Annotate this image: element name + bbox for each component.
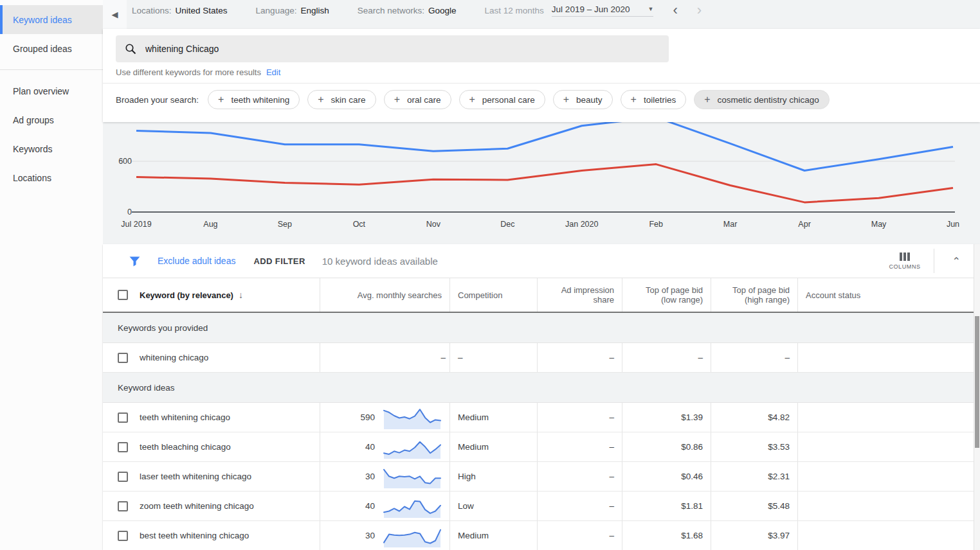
sidebar-divider — [0, 69, 103, 70]
chip-label: skin care — [331, 95, 366, 105]
settings-topbar: Locations: United States Language: Engli… — [132, 0, 980, 21]
x-axis-label: Feb — [649, 220, 663, 229]
column-header-account-status[interactable]: Account status — [797, 278, 980, 312]
account-status-value — [797, 403, 980, 432]
account-status-value — [797, 343, 980, 372]
x-axis-label: Nov — [426, 220, 440, 229]
chip-label: personal care — [482, 95, 535, 105]
broaden-chip-toiletries[interactable]: +toiletries — [621, 90, 687, 109]
keyword-ideas-count: 10 keyword ideas available — [322, 256, 438, 267]
sidebar-item-keyword-ideas[interactable]: Keyword ideas — [0, 5, 103, 34]
row-checkbox[interactable] — [118, 353, 128, 363]
collapse-panel-button[interactable]: ◀ — [103, 0, 127, 29]
avg-monthly-searches-value: 30 — [328, 472, 375, 481]
section-title: Keywords you provided — [118, 323, 208, 333]
keyword-planner-app: Keyword ideas Grouped ideas Plan overvie… — [0, 0, 980, 550]
competition-value: Medium — [449, 521, 537, 550]
toolbar-divider — [934, 249, 934, 273]
account-status-value — [797, 521, 980, 550]
add-filter-button[interactable]: ADD FILTER — [253, 256, 305, 266]
sidebar-item-label: Keywords — [13, 144, 52, 154]
language-label: Language: — [256, 6, 297, 15]
avg-monthly-searches-value: – — [320, 343, 449, 372]
sidebar-item-locations[interactable]: Locations — [0, 163, 103, 192]
edit-keywords-link[interactable]: Edit — [266, 67, 280, 77]
column-header-competition[interactable]: Competition — [449, 278, 537, 312]
broaden-chip-oral-care[interactable]: +oral care — [384, 90, 451, 109]
x-axis-label: Jul 2019 — [121, 220, 151, 229]
locations-label: Locations: — [132, 6, 172, 15]
top-of-page-bid-high-value: $4.82 — [711, 403, 797, 432]
ad-impression-share-value: – — [537, 403, 622, 432]
search-input[interactable] — [145, 44, 660, 54]
top-of-page-bid-low-value: $1.81 — [622, 492, 711, 520]
broaden-chip-cosmetic-dentistry-chicago[interactable]: +cosmetic dentistry chicago — [694, 90, 830, 109]
row-checkbox[interactable] — [118, 501, 128, 511]
table-row: teeth bleaching chicago 40 Medium – $0.8… — [103, 432, 980, 462]
column-header-label: Keyword (by relevance) — [140, 290, 233, 300]
trend-line-chart — [103, 122, 980, 235]
x-axis-label: Aug — [203, 220, 217, 229]
previous-period-button[interactable]: ‹ — [673, 4, 677, 17]
networks-setting[interactable]: Search networks: Google — [358, 6, 457, 15]
plus-icon: + — [318, 94, 323, 105]
sidebar-item-plan-overview[interactable]: Plan overview — [0, 76, 103, 105]
broaden-chip-teeth-whitening[interactable]: +teeth whitening — [208, 90, 300, 109]
table-row: laser teeth whitening chicago 30 High – … — [103, 462, 980, 492]
x-axis-label: Apr — [798, 220, 810, 229]
scrollbar-thumb[interactable] — [975, 316, 979, 448]
sidebar-item-grouped-ideas[interactable]: Grouped ideas — [0, 34, 103, 63]
top-of-page-bid-high-value: $5.48 — [711, 492, 797, 520]
broaden-chip-beauty[interactable]: +beauty — [553, 90, 613, 109]
column-header-avg-monthly-searches[interactable]: Avg. monthly searches — [320, 278, 449, 312]
language-setting[interactable]: Language: English — [256, 6, 329, 15]
competition-value: Medium — [449, 432, 537, 461]
sort-descending-icon: ↓ — [239, 290, 243, 300]
section-header-keywords-you-provided: Keywords you provided — [103, 313, 980, 343]
top-of-page-bid-low-value: $0.86 — [622, 432, 711, 461]
keyword-text: teeth whitening chicago — [140, 412, 230, 422]
ad-impression-share-value: – — [537, 432, 622, 461]
keyword-search-box[interactable] — [116, 35, 669, 62]
vertical-scrollbar[interactable] — [974, 244, 980, 550]
sidebar-item-ad-groups[interactable]: Ad groups — [0, 105, 103, 134]
column-header-keyword[interactable]: Keyword (by relevance)↓ — [140, 290, 243, 300]
locations-value[interactable]: United States — [176, 6, 228, 15]
plus-icon: + — [704, 94, 710, 105]
column-header-ad-impression-share[interactable]: Ad impression share — [537, 278, 622, 312]
column-header-top-of-page-bid-high[interactable]: Top of page bid (high range) — [711, 278, 797, 312]
networks-value[interactable]: Google — [428, 6, 457, 15]
plus-icon: + — [469, 94, 475, 105]
account-status-value — [797, 432, 980, 461]
columns-icon — [900, 253, 910, 261]
sidebar-item-keywords[interactable]: Keywords — [0, 134, 103, 163]
broaden-chip-personal-care[interactable]: +personal care — [459, 90, 545, 109]
locations-setting[interactable]: Locations: United States — [132, 6, 228, 15]
language-value[interactable]: English — [300, 6, 329, 15]
row-checkbox[interactable] — [118, 472, 128, 482]
broaden-chip-skin-care[interactable]: +skin care — [307, 90, 376, 109]
keyword-ideas-table-panel: Exclude adult ideas ADD FILTER 10 keywor… — [103, 244, 980, 550]
keyword-text: teeth bleaching chicago — [140, 442, 231, 452]
collapse-table-chevron-up-icon[interactable]: ⌃ — [947, 253, 966, 270]
competition-value: Low — [449, 492, 537, 520]
keyword-text: zoom teeth whitening chicago — [140, 501, 254, 511]
section-title: Keyword ideas — [118, 383, 175, 393]
select-all-checkbox[interactable] — [118, 290, 128, 300]
next-period-button[interactable]: › — [697, 4, 702, 17]
column-header-top-of-page-bid-low[interactable]: Top of page bid (low range) — [622, 278, 711, 312]
columns-button[interactable]: COLUMNS — [889, 253, 920, 270]
row-checkbox[interactable] — [118, 531, 128, 541]
top-of-page-bid-high-value: $2.31 — [711, 462, 797, 491]
row-checkbox[interactable] — [118, 442, 128, 452]
exclude-adult-ideas-filter[interactable]: Exclude adult ideas — [158, 256, 235, 266]
date-range-select[interactable]: Jul 2019 – Jun 2020 ▼ — [552, 4, 654, 17]
ad-impression-share-value: – — [537, 343, 622, 372]
chip-label: oral care — [407, 95, 441, 105]
avg-monthly-searches-value: 30 — [328, 531, 375, 540]
account-status-value — [797, 492, 980, 520]
row-checkbox[interactable] — [118, 412, 128, 423]
top-of-page-bid-low-value: $0.46 — [622, 462, 711, 491]
x-axis-labels: Jul 2019AugSepOctNovDecJan 2020FebMarApr… — [103, 220, 980, 233]
table-row: whitening chicago – – – – – — [103, 343, 980, 373]
